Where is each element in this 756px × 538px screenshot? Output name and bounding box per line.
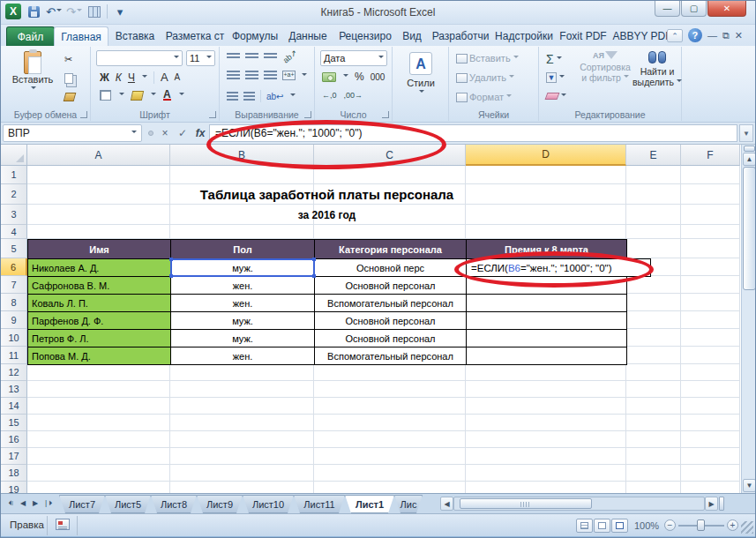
sheet-tab-Лист1[interactable]: Лист1 <box>345 495 394 513</box>
restore-button[interactable]: ▢ <box>681 1 707 17</box>
row-header-12[interactable]: 12 <box>1 364 27 381</box>
row-header-4[interactable]: 4 <box>1 225 27 239</box>
row-header-2[interactable]: 2 <box>1 184 27 205</box>
sheet-tab-Лис[interactable]: Лис <box>394 495 423 513</box>
help-icon[interactable]: ? <box>688 28 702 42</box>
formula-bar-grip[interactable] <box>148 131 153 136</box>
row-header-9[interactable]: 9 <box>1 311 27 329</box>
tab-Надстройки[interactable]: Надстройки <box>493 26 555 46</box>
cell-D16[interactable] <box>466 431 626 448</box>
cut-icon[interactable]: ✂ <box>64 54 72 65</box>
fill-color-dropdown-icon[interactable] <box>151 93 156 98</box>
sheet-tab-Лист9[interactable]: Лист9 <box>197 495 243 513</box>
cell-B12[interactable] <box>170 364 314 381</box>
align-center-icon[interactable] <box>245 71 258 80</box>
merge-dropdown-icon[interactable] <box>302 73 307 78</box>
cell-D17[interactable] <box>466 448 626 465</box>
cell-F2[interactable] <box>681 184 740 205</box>
cell-A16[interactable] <box>27 431 170 448</box>
grow-font-button[interactable]: А <box>161 71 168 84</box>
row-header-14[interactable]: 14 <box>1 398 27 415</box>
cell-C12[interactable] <box>314 364 466 381</box>
increase-indent-icon[interactable] <box>243 92 255 101</box>
cell-F7[interactable] <box>681 276 740 294</box>
tab-Вид[interactable]: Вид <box>396 26 428 46</box>
table-cell-bonus-9[interactable] <box>466 311 627 330</box>
tab-Главная[interactable]: Главная <box>54 26 109 46</box>
cell-F12[interactable] <box>681 364 740 381</box>
font-name-combo[interactable] <box>96 50 183 66</box>
cell-C13[interactable] <box>314 381 466 398</box>
row-header-8[interactable]: 8 <box>1 294 27 311</box>
fill-button[interactable]: ▼ <box>546 72 565 83</box>
quick-print-icon[interactable] <box>86 4 102 19</box>
cell-F6[interactable] <box>681 258 740 276</box>
cell-C18[interactable] <box>314 465 466 482</box>
table-cell-category-11[interactable]: Вспомогательный персонал <box>314 347 467 365</box>
cell-F9[interactable] <box>681 311 740 329</box>
table-cell-category-6[interactable]: Основной перс <box>314 258 467 277</box>
vertical-scrollbar[interactable]: ▲ ▼ <box>741 145 756 493</box>
hscroll-thumb[interactable] <box>460 498 592 509</box>
font-dialog-launcher[interactable] <box>209 111 216 118</box>
row-header-18[interactable]: 18 <box>1 465 27 482</box>
align-top-icon[interactable] <box>227 53 240 60</box>
table-cell-name-8[interactable]: Коваль Л. П. <box>27 294 171 312</box>
styles-button[interactable]: А Стили <box>401 52 440 95</box>
cell-F15[interactable] <box>681 415 740 431</box>
cell-E17[interactable] <box>626 448 681 465</box>
cell-D18[interactable] <box>466 465 626 482</box>
cell-F11[interactable] <box>681 347 740 364</box>
clipboard-dialog-launcher[interactable] <box>80 111 87 118</box>
scroll-down-icon[interactable]: ▼ <box>743 479 756 492</box>
cell-B18[interactable] <box>170 465 314 482</box>
hscroll-right-icon[interactable]: ▶ <box>705 497 718 511</box>
decrease-decimal-icon[interactable]: ,00→ <box>344 91 363 100</box>
cell-E12[interactable] <box>626 364 681 381</box>
save-icon[interactable] <box>26 4 41 19</box>
cell-E15[interactable] <box>626 415 681 431</box>
delete-cells-button[interactable]: Удалить <box>456 72 514 83</box>
cell-F16[interactable] <box>681 431 740 448</box>
table-cell-bonus-10[interactable] <box>466 329 627 347</box>
table-cell-category-7[interactable]: Основной персонал <box>314 276 467 295</box>
row-header-17[interactable]: 17 <box>1 448 27 465</box>
table-cell-gender-6[interactable]: муж. <box>170 258 315 277</box>
find-select-button[interactable]: Найти и выделить <box>634 51 680 87</box>
cell-E18[interactable] <box>626 465 681 482</box>
cell-A17[interactable] <box>27 448 170 465</box>
cell-E8[interactable] <box>626 294 681 311</box>
table-header-0[interactable]: Имя <box>27 239 171 259</box>
formula-bar-expand-icon[interactable]: ▼ <box>739 124 753 142</box>
row-header-10[interactable]: 10 <box>1 329 27 347</box>
cell-C14[interactable] <box>314 398 466 415</box>
zoom-out-icon[interactable]: − <box>664 519 676 531</box>
row-header-13[interactable]: 13 <box>1 381 27 398</box>
cell-D1[interactable] <box>466 166 626 184</box>
tab-Разработчи[interactable]: Разработчи <box>428 26 493 46</box>
table-cell-bonus-11[interactable] <box>466 347 627 365</box>
last-sheet-icon[interactable]: ❘⏵ <box>41 497 54 511</box>
enter-icon[interactable]: ✓ <box>176 127 189 139</box>
table-cell-category-8[interactable]: Вспомогательный персонал <box>314 294 467 312</box>
cell-D4[interactable] <box>466 225 626 239</box>
undo-icon[interactable]: ↶ <box>46 4 62 19</box>
table-header-1[interactable]: Пол <box>170 239 315 259</box>
row-header-1[interactable]: 1 <box>1 166 27 184</box>
cell-A14[interactable] <box>27 398 170 415</box>
cell-E11[interactable] <box>626 347 681 364</box>
font-color-dropdown-icon[interactable] <box>179 93 184 98</box>
cell-E2[interactable] <box>626 184 681 205</box>
cell-F18[interactable] <box>681 465 740 482</box>
cancel-icon[interactable]: × <box>159 127 171 139</box>
cell-B15[interactable] <box>170 415 314 431</box>
cell-A1[interactable] <box>27 166 170 184</box>
table-cell-name-6[interactable]: Николаев А. Д. <box>27 258 171 277</box>
italic-button[interactable]: К <box>116 71 122 84</box>
cell-D13[interactable] <box>466 381 626 398</box>
cell-E3[interactable] <box>626 205 681 225</box>
borders-icon[interactable] <box>100 90 111 101</box>
cell-E16[interactable] <box>626 431 681 448</box>
fill-color-icon[interactable] <box>131 91 144 101</box>
insert-function-icon[interactable]: fx <box>194 127 206 139</box>
